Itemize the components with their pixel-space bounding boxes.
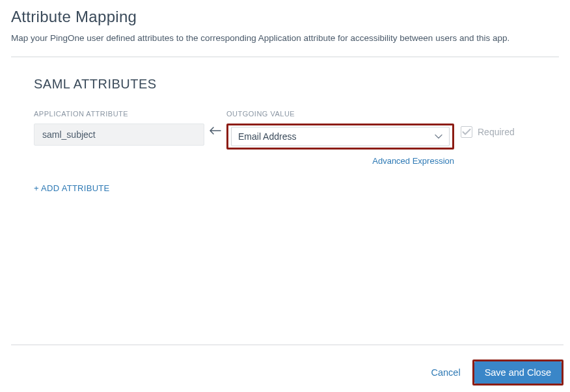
chevron-down-icon [435, 134, 442, 139]
outgoing-value-selected: Email Address [238, 131, 296, 142]
outgoing-value-label: OUTGOING VALUE [226, 110, 454, 118]
section-title: SAML ATTRIBUTES [34, 77, 559, 92]
application-attribute-input[interactable] [34, 124, 204, 146]
required-label: Required [478, 127, 515, 137]
outgoing-value-select[interactable]: Email Address [226, 124, 454, 150]
page-description: Map your PingOne user defined attributes… [11, 33, 559, 45]
attribute-row: APPLICATION ATTRIBUTE OUTGOING VALUE Ema… [34, 110, 559, 166]
footer: Cancel Save and Close [11, 345, 563, 385]
application-attribute-label: APPLICATION ATTRIBUTE [34, 110, 204, 118]
saml-attributes-section: SAML ATTRIBUTES APPLICATION ATTRIBUTE OU… [11, 57, 559, 194]
advanced-expression-link[interactable]: Advanced Expression [372, 156, 454, 166]
required-checkbox[interactable] [461, 126, 472, 138]
save-button-highlight: Save and Close [472, 359, 563, 385]
cancel-button[interactable]: Cancel [431, 367, 460, 378]
add-attribute-link[interactable]: + ADD ATTRIBUTE [34, 183, 110, 193]
save-and-close-button[interactable]: Save and Close [474, 361, 562, 384]
page-title: Attribute Mapping [11, 8, 559, 26]
arrow-left-icon [210, 127, 221, 135]
